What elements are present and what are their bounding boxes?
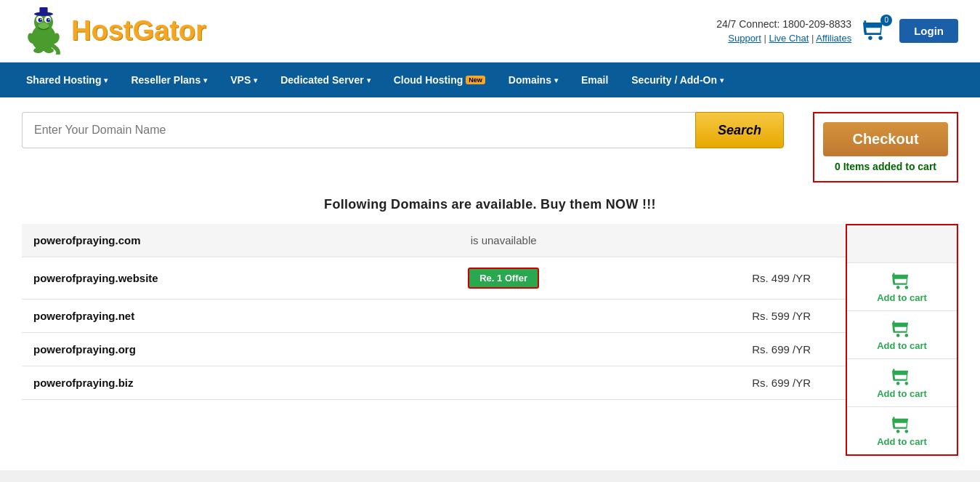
add-to-cart-biz[interactable]: Add to cart [847,407,957,454]
domain-name: powerofpraying.com [22,224,387,257]
add-to-cart-label: Add to cart [877,436,927,447]
nav-vps-arrow: ▾ [254,76,257,84]
header: HostGator 24/7 Connect: 1800-209-8833 Su… [0,0,980,63]
svg-point-6 [40,19,41,20]
nav-reseller-plans-arrow: ▾ [203,76,207,84]
nav-cloud-hosting[interactable]: Cloud Hosting New [382,63,497,97]
nav-bar: Shared Hosting ▾ Reseller Plans ▾ VPS ▾ … [0,63,980,97]
add-to-cart-org[interactable]: Add to cart [847,359,957,407]
cart-icon-wrap[interactable]: 0 [863,17,888,45]
affiliates-link[interactable]: Affiliates [816,33,851,44]
search-row: Search [22,112,784,148]
connect-info: 24/7 Connect: 1800-209-8833 [716,18,851,30]
svg-point-12 [44,48,54,53]
header-top-right: 24/7 Connect: 1800-209-8833 Support | Li… [716,17,958,45]
domain-table-wrapper: powerofpraying.com is unavailable powero… [22,224,846,456]
nav-domains-label: Domains [509,74,551,86]
svg-point-7 [49,19,50,20]
nav-shared-hosting[interactable]: Shared Hosting ▾ [15,63,119,97]
svg-point-11 [33,48,43,53]
price-cell: Rs. 699 /YR [620,366,822,400]
search-button[interactable]: Search [695,112,784,148]
svg-point-4 [39,18,43,23]
add-to-cart-button[interactable]: Add to cart [877,366,927,399]
add-to-cart-button[interactable]: Add to cart [877,270,927,303]
cart-count-text: 0 Items added to cart [835,161,936,172]
header-info: 24/7 Connect: 1800-209-8833 Support | Li… [716,18,851,44]
table-row: powerofpraying.org Rs. 699 /YR [22,333,846,366]
nav-dedicated-server-arrow: ▾ [367,76,370,84]
header-links: Support | Live Chat | Affiliates [716,33,851,44]
add-to-cart-net[interactable]: Add to cart [847,311,957,359]
checkout-button[interactable]: Checkout [823,122,948,156]
table-row: powerofpraying.website Re. 1 Offer Rs. 4… [22,257,846,300]
unavailable-text: is unavailable [387,224,620,257]
add-to-cart-button[interactable]: Add to cart [877,414,927,447]
logo-area: HostGator [22,7,206,55]
domain-name: powerofpraying.website [22,257,387,300]
nav-security-addon-arrow: ▾ [720,76,724,84]
price-cell: Rs. 599 /YR [620,300,822,333]
nav-shared-hosting-label: Shared Hosting [26,74,101,86]
main-content: Search Checkout 0 Items added to cart Fo… [0,97,980,470]
offer-badge: Re. 1 Offer [468,268,539,289]
cart-add-icon [892,318,912,339]
nav-email[interactable]: Email [570,63,620,97]
nav-email-label: Email [581,74,608,86]
login-button[interactable]: Login [899,19,958,43]
nav-domains-arrow: ▾ [554,76,558,84]
price-cell: Rs. 699 /YR [620,333,822,366]
domain-name: powerofpraying.biz [22,366,387,400]
top-section: Search Checkout 0 Items added to cart [22,112,958,182]
domain-name: powerofpraying.net [22,300,387,333]
nav-domains[interactable]: Domains ▾ [497,63,570,97]
add-to-cart-label: Add to cart [877,292,927,303]
empty-cart-cell [847,225,957,263]
cart-badge: 0 [880,15,892,26]
nav-cloud-hosting-label: Cloud Hosting [394,74,463,86]
new-badge: New [466,76,485,84]
domain-name: powerofpraying.org [22,333,387,366]
table-row: powerofpraying.biz Rs. 699 /YR [22,366,846,400]
svg-point-5 [46,18,51,23]
support-link[interactable]: Support [728,33,761,44]
add-to-cart-label: Add to cart [877,340,927,351]
checkout-area: Checkout 0 Items added to cart [813,112,958,182]
table-row: powerofpraying.net Rs. 599 /YR [22,300,846,333]
nav-dedicated-server-label: Dedicated Server [280,74,363,86]
nav-shared-hosting-arrow: ▾ [104,76,108,84]
cart-add-icon [892,270,912,291]
nav-security-addon-label: Security / Add-On [631,74,717,86]
logo-mascot [22,7,65,55]
price-cell: Rs. 499 /YR [620,257,822,300]
nav-reseller-plans-label: Reseller Plans [131,74,201,86]
add-to-cart-button[interactable]: Add to cart [877,318,927,351]
nav-reseller-plans[interactable]: Reseller Plans ▾ [119,63,219,97]
cart-add-icon [892,414,912,435]
cart-add-icon [892,366,912,387]
nav-security-addon[interactable]: Security / Add-On ▾ [620,63,735,97]
live-chat-link[interactable]: Live Chat [769,33,809,44]
nav-vps-label: VPS [230,74,251,86]
nav-vps[interactable]: VPS ▾ [219,63,269,97]
table-row: powerofpraying.com is unavailable [22,224,846,257]
domain-table: powerofpraying.com is unavailable powero… [22,224,846,400]
add-to-cart-label: Add to cart [877,388,927,399]
results-heading: Following Domains are available. Buy the… [22,197,958,212]
add-to-cart-website[interactable]: Add to cart [847,263,957,311]
cart-actions-column: Add to cart Add to cart Add to c [846,224,958,456]
search-part: Search [22,112,784,156]
logo-text: HostGator [71,15,206,47]
results-container: powerofpraying.com is unavailable powero… [22,224,958,456]
nav-dedicated-server[interactable]: Dedicated Server ▾ [269,63,381,97]
domain-search-input[interactable] [22,112,695,148]
